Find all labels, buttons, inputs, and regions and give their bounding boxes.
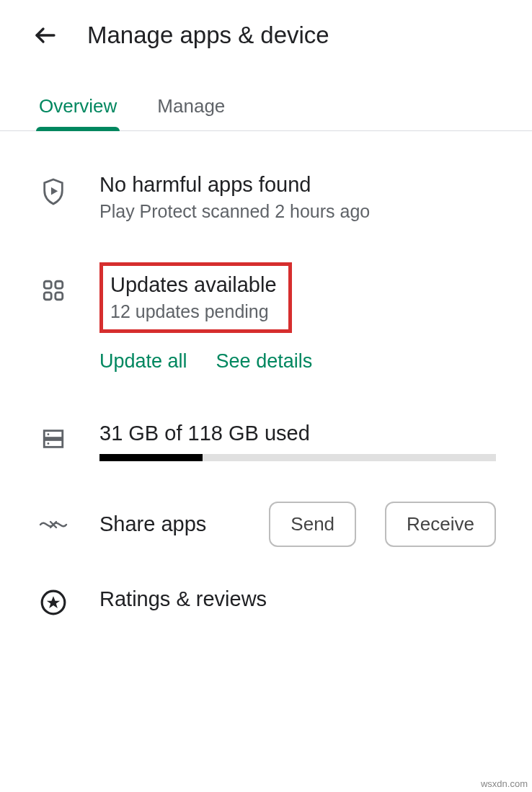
svg-rect-4 (44, 293, 51, 300)
share-apps-label: Share apps (99, 512, 240, 536)
back-arrow-icon (32, 22, 58, 48)
svg-marker-11 (47, 596, 60, 608)
svg-rect-3 (56, 281, 63, 288)
apps-grid-icon (41, 278, 66, 303)
share-apps-section: Share apps Send Receive (0, 481, 532, 567)
ratings-section[interactable]: Ratings & reviews (0, 567, 532, 623)
star-circle-icon (40, 589, 67, 616)
storage-icon (41, 426, 66, 452)
see-details-button[interactable]: See details (216, 350, 313, 373)
svg-rect-5 (56, 293, 63, 300)
page-title: Manage apps & device (87, 22, 329, 49)
storage-bar (99, 454, 496, 461)
svg-rect-7 (44, 440, 63, 447)
protect-subtitle: Play Protect scanned 2 hours ago (99, 201, 496, 222)
svg-rect-6 (44, 431, 63, 438)
updates-highlight: Updates available 12 updates pending (99, 262, 292, 333)
tab-manage[interactable]: Manage (154, 85, 228, 130)
updates-title: Updates available (110, 273, 277, 297)
svg-point-9 (48, 442, 50, 445)
receive-button[interactable]: Receive (385, 502, 496, 547)
send-button[interactable]: Send (269, 502, 356, 547)
tab-bar: Overview Manage (0, 85, 532, 131)
play-protect-section[interactable]: No harmful apps found Play Protect scann… (0, 153, 532, 242)
updates-subtitle: 12 updates pending (110, 301, 277, 322)
share-icon (39, 514, 68, 535)
storage-text: 31 GB of 118 GB used (99, 422, 496, 445)
storage-section[interactable]: 31 GB of 118 GB used (0, 393, 532, 481)
tab-overview[interactable]: Overview (36, 85, 120, 130)
storage-fill (99, 454, 203, 461)
shield-play-icon (40, 177, 67, 206)
update-all-button[interactable]: Update all (99, 350, 187, 373)
updates-section: Updates available 12 updates pending Upd… (0, 242, 532, 393)
svg-point-8 (48, 433, 50, 435)
back-button[interactable] (32, 22, 58, 48)
svg-rect-2 (44, 281, 51, 288)
svg-marker-1 (51, 187, 58, 195)
protect-title: No harmful apps found (99, 173, 496, 197)
ratings-label: Ratings & reviews (99, 587, 496, 611)
